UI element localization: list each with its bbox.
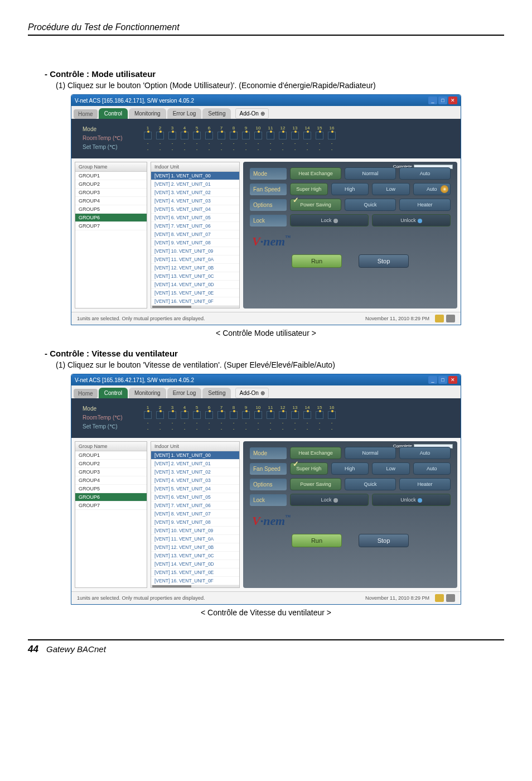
indoor-unit-item[interactable]: [VENT] 1. VENT_UNIT_00 <box>151 451 239 460</box>
scrollbar[interactable] <box>151 585 239 587</box>
group-item[interactable]: GROUP6 <box>75 493 147 502</box>
group-item[interactable]: GROUP5 <box>75 485 147 493</box>
fan-option-button[interactable]: Low <box>372 183 410 195</box>
unit-indicator <box>279 411 287 419</box>
indoor-unit-item[interactable]: [VENT] 15. VENT_UNIT_0E <box>151 289 239 297</box>
mode-option-button[interactable]: Heat Exchange <box>290 167 341 180</box>
group-item[interactable]: GROUP3 <box>75 468 147 476</box>
indoor-unit-item[interactable]: [VENT] 4. VENT_UNIT_03 <box>151 197 239 205</box>
tab-monitoring[interactable]: Monitoring <box>129 108 166 119</box>
indoor-unit-item[interactable]: [VENT] 6. VENT_UNIT_05 <box>151 214 239 222</box>
tab-setting[interactable]: Setting <box>202 388 231 398</box>
indoor-unit-item[interactable]: [VENT] 8. VENT_UNIT_07 <box>151 510 239 518</box>
group-item[interactable]: GROUP2 <box>75 460 147 468</box>
tab-monitoring[interactable]: Monitoring <box>129 388 166 398</box>
window-maximize-button[interactable]: □ <box>438 376 447 384</box>
indoor-unit-item[interactable]: [VENT] 14. VENT_UNIT_0D <box>151 560 239 568</box>
mode-option-button[interactable]: Normal <box>345 447 396 459</box>
overview-unit-col: 11 -- <box>267 405 274 431</box>
fan-option-button[interactable]: High <box>331 183 369 195</box>
fan-option-button[interactable]: Auto✳ <box>413 183 451 195</box>
opt-option-button[interactable]: Power Saving <box>290 478 341 490</box>
mode-option-button[interactable]: Auto <box>399 167 451 180</box>
window-minimize-button[interactable]: _ <box>428 376 437 384</box>
indoor-unit-item[interactable]: [VENT] 6. VENT_UNIT_05 <box>151 493 239 502</box>
indoor-unit-item[interactable]: [VENT] 15. VENT_UNIT_0E <box>151 568 239 577</box>
tab-bar: Home Control Monitoring Error Log Settin… <box>71 106 461 119</box>
indoor-unit-item[interactable]: [VENT] 3. VENT_UNIT_02 <box>151 468 239 476</box>
fan-option-button[interactable]: ✓Super High <box>290 462 328 475</box>
indoor-unit-item[interactable]: [VENT] 5. VENT_UNIT_04 <box>151 485 239 493</box>
status-icon <box>435 594 444 602</box>
group-item[interactable]: GROUP1 <box>75 451 147 460</box>
tab-errorlog[interactable]: Error Log <box>167 388 202 398</box>
group-item[interactable]: GROUP1 <box>75 172 147 180</box>
indoor-unit-item[interactable]: [VENT] 2. VENT_UNIT_01 <box>151 180 239 189</box>
mode-option-button[interactable]: Auto <box>399 447 451 459</box>
addon-button[interactable]: Add-On ⊕ <box>235 108 268 119</box>
run-button[interactable]: Run <box>292 254 342 268</box>
fan-option-button[interactable]: Super High <box>290 183 328 195</box>
window-close-button[interactable]: ✕ <box>448 97 457 104</box>
indoor-unit-item[interactable]: [VENT] 9. VENT_UNIT_08 <box>151 518 239 527</box>
overview-unit-col: 3 -- <box>168 405 176 431</box>
tab-setting[interactable]: Setting <box>202 108 231 119</box>
tab-errorlog[interactable]: Error Log <box>167 108 202 119</box>
window-maximize-button[interactable]: □ <box>438 97 447 104</box>
opt-option-button[interactable]: Quick <box>345 199 396 211</box>
scrollbar[interactable] <box>151 306 239 308</box>
indoor-unit-item[interactable]: [VENT] 16. VENT_UNIT_0F <box>151 297 239 306</box>
indoor-unit-item[interactable]: [VENT] 12. VENT_UNIT_0B <box>151 543 239 552</box>
tab-control[interactable]: Control <box>99 108 128 119</box>
home-button[interactable]: Home <box>74 109 98 119</box>
group-item[interactable]: GROUP4 <box>75 476 147 485</box>
fan-option-button[interactable]: Auto <box>413 462 451 475</box>
window-minimize-button[interactable]: _ <box>428 97 437 104</box>
indoor-unit-item[interactable]: [VENT] 11. VENT_UNIT_0A <box>151 535 239 543</box>
lock-row: Lock LockUnlock <box>250 214 451 226</box>
opt-option-button[interactable]: ✓Power Saving <box>290 199 341 211</box>
stop-button[interactable]: Stop <box>359 254 409 268</box>
indoor-unit-item[interactable]: [VENT] 3. VENT_UNIT_02 <box>151 189 239 197</box>
indoor-unit-item[interactable]: [VENT] 4. VENT_UNIT_03 <box>151 476 239 485</box>
indoor-unit-item[interactable]: [VENT] 8. VENT_UNIT_07 <box>151 230 239 239</box>
group-item[interactable]: GROUP4 <box>75 197 147 205</box>
indoor-unit-item[interactable]: [VENT] 12. VENT_UNIT_0B <box>151 264 239 272</box>
fan-option-button[interactable]: High <box>331 462 369 475</box>
opt-option-button[interactable]: Quick <box>345 478 396 490</box>
group-item[interactable]: GROUP6 <box>75 214 147 222</box>
indoor-unit-item[interactable]: [VENT] 14. VENT_UNIT_0D <box>151 281 239 289</box>
group-item[interactable]: GROUP7 <box>75 502 147 510</box>
indoor-unit-item[interactable]: [VENT] 1. VENT_UNIT_00 <box>151 172 239 180</box>
indoor-unit-item[interactable]: [VENT] 2. VENT_UNIT_01 <box>151 460 239 468</box>
indoor-unit-item[interactable]: [VENT] 7. VENT_UNIT_06 <box>151 502 239 510</box>
indoor-unit-item[interactable]: [VENT] 10. VENT_UNIT_09 <box>151 527 239 535</box>
home-button[interactable]: Home <box>74 389 98 398</box>
lock-option-button[interactable]: Lock <box>290 214 369 226</box>
indoor-unit-item[interactable]: [VENT] 7. VENT_UNIT_06 <box>151 222 239 230</box>
indoor-unit-item[interactable]: [VENT] 13. VENT_UNIT_0C <box>151 552 239 560</box>
indoor-unit-item[interactable]: [VENT] 9. VENT_UNIT_08 <box>151 239 239 247</box>
opt-option-button[interactable]: Heater <box>399 199 451 211</box>
group-item[interactable]: GROUP7 <box>75 222 147 230</box>
run-button[interactable]: Run <box>292 534 342 547</box>
indoor-unit-item[interactable]: [VENT] 16. VENT_UNIT_0F <box>151 577 239 585</box>
mode-option-button[interactable]: Normal <box>345 167 396 180</box>
tab-control[interactable]: Control <box>99 388 128 398</box>
group-item[interactable]: GROUP2 <box>75 180 147 189</box>
lock-option-button[interactable]: Unlock <box>372 494 451 506</box>
opt-option-button[interactable]: Heater <box>399 478 451 490</box>
fan-option-button[interactable]: Low <box>372 462 410 475</box>
group-item[interactable]: GROUP3 <box>75 189 147 197</box>
stop-button[interactable]: Stop <box>359 534 409 547</box>
indoor-unit-item[interactable]: [VENT] 5. VENT_UNIT_04 <box>151 205 239 214</box>
addon-button[interactable]: Add-On ⊕ <box>235 388 268 398</box>
indoor-unit-item[interactable]: [VENT] 13. VENT_UNIT_0C <box>151 272 239 281</box>
window-close-button[interactable]: ✕ <box>448 376 457 384</box>
group-item[interactable]: GROUP5 <box>75 205 147 214</box>
indoor-unit-item[interactable]: [VENT] 10. VENT_UNIT_09 <box>151 247 239 255</box>
lock-option-button[interactable]: Unlock <box>372 214 451 226</box>
lock-option-button[interactable]: Lock <box>290 494 369 506</box>
mode-option-button[interactable]: Heat Exchange <box>290 447 341 459</box>
indoor-unit-item[interactable]: [VENT] 11. VENT_UNIT_0A <box>151 255 239 264</box>
